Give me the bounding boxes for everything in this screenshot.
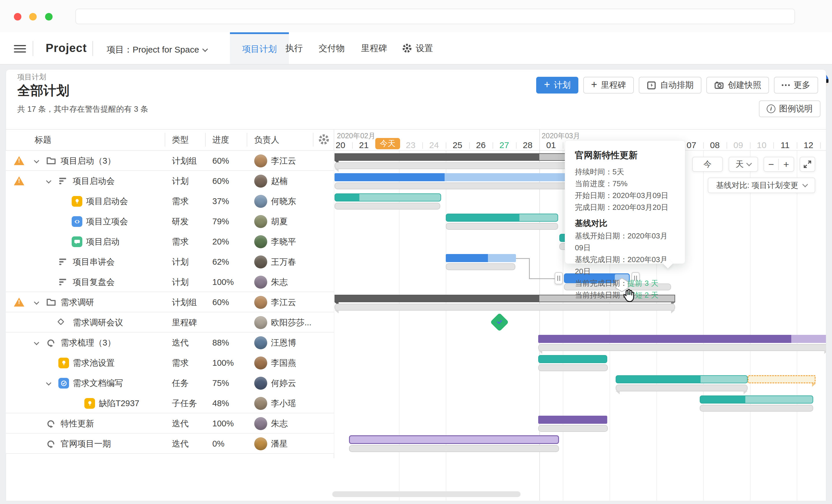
- dependency-connector: [529, 258, 530, 278]
- 创建快照-button[interactable]: 创建快照: [706, 77, 769, 93]
- task-title[interactable]: 特性更新: [61, 413, 94, 433]
- table-row[interactable]: 特性更新迭代100%朱志: [6, 413, 334, 433]
- tab-执行[interactable]: 执行: [276, 32, 312, 64]
- task-progress: 20%: [212, 231, 229, 252]
- time-unit-dropdown[interactable]: 天: [729, 157, 758, 172]
- day-label: 01: [539, 141, 563, 150]
- table-row[interactable]: 需求文档编写任务75%何婷云: [6, 373, 334, 393]
- gantt-bar[interactable]: [446, 214, 558, 222]
- task-title[interactable]: 项目立项会: [86, 211, 128, 231]
- milestone-icon: [57, 318, 64, 325]
- iteration-icon: [46, 419, 55, 429]
- table-row[interactable]: 项目串讲会计划62%王万春: [6, 252, 334, 272]
- task-title[interactable]: 需求文档编写: [73, 373, 123, 393]
- task-title[interactable]: 官网项目一期: [61, 433, 111, 454]
- task-type: 研发: [172, 211, 189, 231]
- gantt-bar[interactable]: [538, 416, 607, 424]
- table-row[interactable]: 需求调研会议里程碑欧阳莎莎...: [6, 312, 334, 333]
- jump-today-button[interactable]: 今: [692, 157, 723, 172]
- column-header-progress[interactable]: 进度: [212, 129, 229, 151]
- traffic-light-minimize-button[interactable]: [29, 13, 37, 21]
- app-logo: Project: [46, 41, 87, 55]
- task-title[interactable]: 项目启动会: [86, 191, 128, 211]
- bulb-icon: [58, 358, 69, 368]
- task-type: 计划组: [172, 292, 197, 312]
- task-title[interactable]: 项目复盘会: [73, 272, 115, 292]
- baseline-bar: [700, 405, 813, 412]
- add-plan-button[interactable]: + 计划: [536, 77, 578, 93]
- month-label: 2020年03月: [542, 131, 580, 141]
- table-row[interactable]: 项目复盘会计划100%朱志: [6, 272, 334, 292]
- collapse-chevron-icon[interactable]: [34, 158, 39, 163]
- table-row[interactable]: 项目启动会需求37%何晓东: [6, 191, 334, 211]
- collapse-chevron-icon[interactable]: [46, 178, 51, 183]
- collapse-chevron-icon[interactable]: [34, 299, 39, 305]
- task-title[interactable]: 需求调研: [61, 292, 94, 312]
- collapse-chevron-icon[interactable]: [46, 380, 51, 385]
- divider: [93, 41, 93, 56]
- table-row[interactable]: 缺陷T2937子任务48%李小瑶: [6, 393, 334, 413]
- traffic-light-close-button[interactable]: [14, 13, 21, 21]
- menu-icon[interactable]: [14, 45, 26, 53]
- owner-avatar: [254, 417, 267, 430]
- task-title[interactable]: 需求池设置: [73, 353, 115, 373]
- 更多-button[interactable]: 更多: [774, 77, 818, 93]
- tooltip-label: 当前进度：: [575, 179, 613, 188]
- table-row[interactable]: 需求池设置需求100%李国燕: [6, 353, 334, 373]
- horizontal-scrollbar[interactable]: [332, 491, 521, 497]
- gantt-bar[interactable]: [538, 335, 826, 343]
- project-selector[interactable]: 项目：Project for Space: [107, 44, 207, 56]
- gantt-bar[interactable]: [700, 395, 813, 403]
- tab-设置[interactable]: 设置: [396, 32, 439, 64]
- fullscreen-button[interactable]: [800, 157, 815, 172]
- column-header-title[interactable]: 标题: [35, 129, 51, 151]
- task-title[interactable]: 需求梳理（3）: [61, 333, 115, 353]
- table-row[interactable]: 项目立项会研发79%胡夏: [6, 211, 334, 231]
- owner-avatar: [254, 296, 267, 309]
- task-progress: 88%: [212, 333, 229, 353]
- 自动排期-button[interactable]: 自动排期: [639, 77, 701, 93]
- table-row[interactable]: 项目启动需求20%李晓平: [6, 231, 334, 252]
- tab-里程碑[interactable]: 里程碑: [356, 32, 392, 64]
- zoom-in-button[interactable]: +: [779, 159, 794, 170]
- day-label: 27: [493, 141, 516, 150]
- gantt-bar[interactable]: [446, 254, 516, 262]
- gantt-bar[interactable]: [616, 375, 748, 383]
- address-bar[interactable]: [75, 9, 795, 24]
- task-title[interactable]: 缺陷T2937: [99, 393, 139, 413]
- milestone-diamond[interactable]: [490, 313, 509, 331]
- drag-handle-left[interactable]: [555, 272, 563, 284]
- day-label: 23: [399, 141, 422, 150]
- legend-button[interactable]: i 图例说明: [759, 101, 821, 117]
- gantt-bar[interactable]: [538, 355, 607, 363]
- task-type: 计划: [172, 252, 189, 272]
- chevron-down-icon: [202, 46, 208, 52]
- traffic-light-zoom-button[interactable]: [45, 13, 53, 21]
- owner-avatar: [254, 215, 267, 228]
- column-header-type[interactable]: 类型: [172, 129, 189, 151]
- baseline-compare-dropdown[interactable]: 基线对比: 项目计划变更: [708, 177, 815, 193]
- zoom-out-button[interactable]: −: [764, 159, 779, 170]
- table-row[interactable]: 需求调研计划组60%李江云: [6, 292, 334, 312]
- gantt-bar[interactable]: [335, 193, 441, 201]
- table-row[interactable]: 项目启动（3）计划组60%李江云: [6, 151, 334, 171]
- gantt-bar[interactable]: [349, 435, 559, 444]
- column-header-owner[interactable]: 负责人: [254, 129, 279, 151]
- zoom-controls: − +: [763, 157, 794, 172]
- task-title[interactable]: 项目启动会: [73, 171, 115, 191]
- owner-name: 李江云: [271, 292, 296, 312]
- tab-交付物[interactable]: 交付物: [313, 32, 350, 64]
- collapse-chevron-icon[interactable]: [34, 340, 39, 345]
- table-row[interactable]: 需求梳理（3）迭代88%汪恩博: [6, 333, 334, 353]
- task-title[interactable]: 项目启动（3）: [61, 151, 115, 171]
- table-row[interactable]: 官网项目一期迭代0%潘星: [6, 433, 334, 454]
- overdue-extension-bar[interactable]: [748, 375, 815, 383]
- task-title[interactable]: 项目启动: [86, 231, 120, 252]
- task-type: 需求: [172, 231, 189, 252]
- task-title[interactable]: 项目串讲会: [73, 252, 115, 272]
- table-settings-button[interactable]: [317, 133, 331, 147]
- owner-name: 赵楠: [271, 171, 288, 191]
- task-title[interactable]: 需求调研会议: [73, 312, 123, 333]
- 里程碑-button[interactable]: +里程碑: [583, 77, 634, 93]
- table-row[interactable]: 项目启动会计划60%赵楠: [6, 171, 334, 191]
